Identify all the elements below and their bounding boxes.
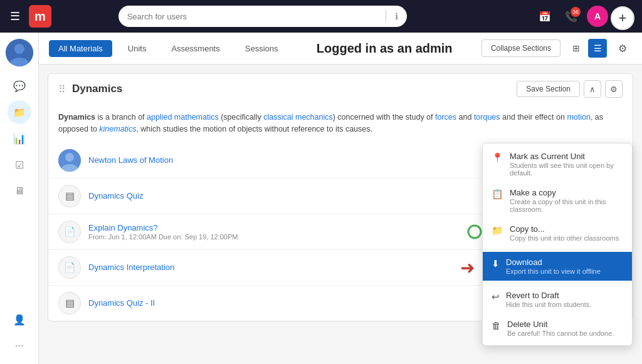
add-fab-button[interactable]: +	[611, 6, 634, 30]
search-bar: ℹ	[118, 6, 407, 27]
unit-list: Newton Laws of Motion 5 units pages ⚙	[48, 143, 633, 321]
unit-subtitle: From: Jun 1, 12:00AM Due on: Sep 19, 12:…	[88, 233, 238, 241]
dropdown-revert[interactable]: ↩ Revert to Draft Hide this unit from st…	[483, 285, 632, 314]
forces-link[interactable]: forces	[435, 113, 456, 122]
quiz-icon: ▤	[58, 292, 81, 315]
unit-dropdown-menu: 📍 Mark as Current Unit Students will see…	[482, 143, 633, 346]
user-avatar-btn[interactable]: A	[587, 6, 608, 27]
unit-title[interactable]: Dynamics Quiz - II	[88, 298, 155, 308]
hamburger-icon[interactable]: ☰	[8, 7, 23, 26]
trash-icon: 🗑	[492, 320, 501, 331]
dd-label: Mark as Current Unit	[510, 152, 623, 161]
dd-label: Make a copy	[510, 188, 623, 197]
kinematics-link[interactable]: kinematics	[99, 125, 136, 133]
dd-sub: Be careful! This cannot be undone.	[507, 330, 614, 337]
dd-label: Copy to...	[510, 224, 619, 234]
pin-icon: 📍	[492, 152, 503, 164]
drag-icon: ⠿	[58, 83, 66, 95]
dd-sub: Students will see this unit open by defa…	[510, 162, 623, 177]
dd-sub: Create a copy of this unit in this class…	[510, 198, 623, 213]
dropdown-mark-current[interactable]: 📍 Mark as Current Unit Students will see…	[483, 146, 632, 182]
unit-info: Dynamics Interpretation	[88, 263, 174, 272]
content-area: All Materials Units Assessments Sessions…	[39, 33, 642, 364]
search-input[interactable]	[127, 12, 377, 21]
section-wrapper: ⠿ Dynamics Save Section ∧ ⚙ Dynamics is …	[48, 73, 633, 321]
calendar-icon-btn[interactable]: 📅	[534, 6, 555, 27]
view-icons: ⊞ ☰	[567, 39, 607, 58]
search-divider	[386, 10, 386, 23]
sidebar-avatar	[6, 39, 33, 66]
dropdown-make-copy[interactable]: 📋 Make a copy Create a copy of this unit…	[483, 182, 632, 219]
save-section-button[interactable]: Save Section	[517, 81, 580, 97]
revert-icon: ↩	[492, 291, 500, 303]
unit-title[interactable]: Explain Dynamics?	[88, 223, 238, 232]
sidebar-chat-btn[interactable]: 💬	[8, 74, 31, 98]
svg-point-11	[468, 226, 481, 238]
section-header: ⠿ Dynamics Save Section ∧ ⚙	[48, 73, 633, 104]
dd-sub: Copy this unit into other classrooms	[510, 234, 619, 242]
dd-label: Delete Unit	[507, 320, 614, 329]
section-title: Dynamics	[72, 83, 122, 95]
dropdown-delete[interactable]: 🗑 Delete Unit Be careful! This cannot be…	[483, 314, 632, 343]
red-arrow-indicator: ➜	[460, 257, 475, 278]
dd-sub: Hide this unit from students.	[506, 301, 591, 308]
download-icon: ⬇	[492, 258, 500, 269]
unit-info: Dynamics Quiz - II	[88, 298, 155, 308]
grid-view-btn[interactable]: ⊞	[567, 39, 586, 58]
unit-info: Newton Laws of Motion	[88, 155, 173, 165]
classical-mechanics-link[interactable]: classical mechanics	[263, 113, 332, 122]
dd-label: Revert to Draft	[506, 291, 591, 300]
motion-link[interactable]: motion	[567, 113, 591, 122]
unit-info: Explain Dynamics? From: Jun 1, 12:00AM D…	[88, 223, 238, 241]
applied-math-link[interactable]: applied mathematics	[147, 113, 219, 122]
tab-assessments[interactable]: Assessments	[162, 40, 229, 57]
sidebar-chart-btn[interactable]: 📊	[8, 127, 31, 150]
dropdown-download[interactable]: ⬇ Download Export this unit to view it o…	[483, 252, 632, 281]
svg-point-4	[65, 153, 74, 162]
sidebar-more-btn[interactable]: ···	[8, 334, 31, 358]
folder-icon: 📁	[492, 225, 503, 236]
section-chevron-btn[interactable]: ∧	[584, 80, 601, 98]
unit-title[interactable]: Dynamics Interpretation	[88, 263, 174, 272]
doc-icon: 📄	[58, 221, 81, 243]
page-title: Logged in as an admin	[293, 41, 475, 56]
dropdown-copy-to[interactable]: 📁 Copy to... Copy this unit into other c…	[483, 219, 632, 247]
desc-bold: Dynamics	[58, 113, 95, 122]
section-gear-btn[interactable]: ⚙	[605, 80, 623, 98]
doc-icon: 📄	[58, 256, 81, 279]
tabs-bar: All Materials Units Assessments Sessions…	[39, 33, 642, 65]
left-sidebar: 💬 📁 📊 ☑ 🖥 👤 ···	[0, 33, 39, 364]
svg-point-5	[62, 164, 77, 172]
logo: m	[29, 5, 51, 28]
main-layout: 💬 📁 📊 ☑ 🖥 👤 ··· All Materials Units Asse…	[0, 33, 642, 364]
svg-point-1	[14, 44, 24, 54]
tab-units[interactable]: Units	[118, 40, 156, 57]
dropdown-divider	[483, 249, 632, 250]
settings-gear-btn[interactable]: ⚙	[613, 39, 632, 58]
progress-circle	[466, 224, 483, 240]
unit-avatar-icon	[58, 149, 81, 172]
topnav: ☰ m ℹ 📅 📞 36 A ❓ +	[0, 0, 642, 33]
section-actions: Save Section ∧ ⚙	[517, 80, 623, 98]
tab-all-materials[interactable]: All Materials	[49, 40, 112, 57]
desc-text: is a branch of applied mathematics (spec…	[58, 113, 603, 133]
phone-icon-btn[interactable]: 📞 36	[560, 6, 582, 27]
unit-title[interactable]: Newton Laws of Motion	[88, 155, 173, 165]
unit-title[interactable]: Dynamics Quiz	[88, 191, 143, 200]
sidebar-check-btn[interactable]: ☑	[8, 153, 31, 177]
unit-info: Dynamics Quiz	[88, 191, 143, 200]
tab-sessions[interactable]: Sessions	[236, 40, 288, 57]
sidebar-folder-btn[interactable]: 📁	[8, 100, 31, 124]
sidebar-user-btn[interactable]: 👤	[8, 308, 31, 331]
torques-link[interactable]: torques	[474, 113, 500, 122]
sidebar-monitor-btn[interactable]: 🖥	[8, 179, 31, 203]
collapse-sections-button[interactable]: Collapse Sections	[482, 39, 560, 57]
quiz-icon: ▤	[58, 185, 81, 207]
copy-icon: 📋	[492, 189, 503, 200]
dropdown-divider	[483, 283, 632, 283]
dd-sub: Export this unit to view it offline	[506, 268, 601, 275]
list-view-btn[interactable]: ☰	[588, 39, 607, 58]
info-icon: ℹ	[395, 11, 398, 21]
notification-badge: 36	[571, 7, 581, 17]
section-description: Dynamics is a branch of applied mathemat…	[48, 104, 633, 143]
